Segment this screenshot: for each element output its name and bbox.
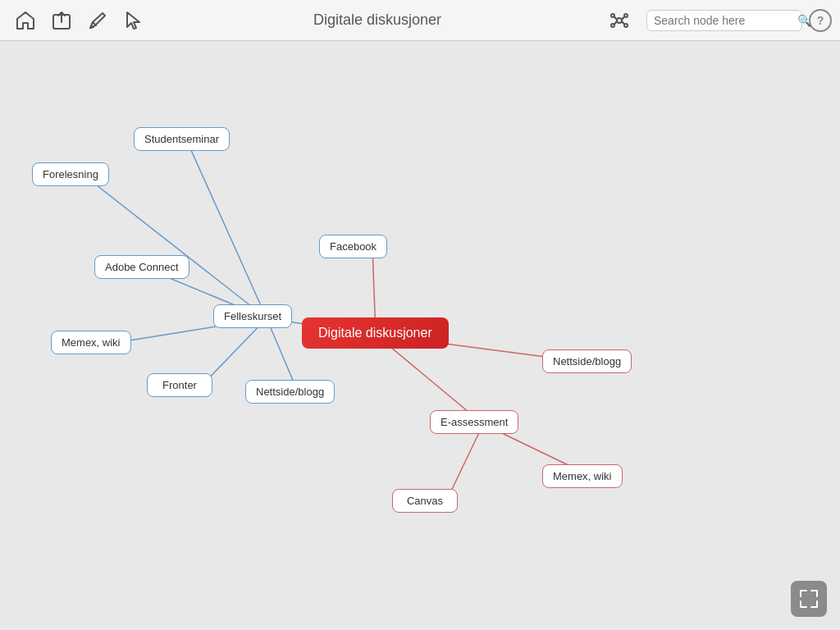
node-memex_wiki_right[interactable]: Memex, wiki <box>542 464 623 488</box>
node-facebook[interactable]: Facebook <box>319 235 387 258</box>
page-title: Digitale diskusjoner <box>153 11 602 29</box>
svg-line-7 <box>614 16 617 20</box>
home-button[interactable] <box>8 3 43 38</box>
mind-map-canvas: Digitale diskusjonerFelleskursetStudents… <box>0 41 840 630</box>
svg-line-8 <box>622 16 624 20</box>
share-button[interactable] <box>44 3 79 38</box>
node-studentseminar[interactable]: Studentseminar <box>134 127 230 151</box>
svg-line-10 <box>622 21 624 25</box>
node-nettside_blogg_right[interactable]: Nettside/blogg <box>542 349 632 373</box>
toolbar: Digitale diskusjoner 🔍 ? <box>0 0 840 41</box>
network-button[interactable] <box>602 3 637 38</box>
help-button[interactable]: ? <box>809 9 832 32</box>
node-center[interactable]: Digitale diskusjoner <box>302 317 449 349</box>
connection-line <box>85 176 267 318</box>
select-button[interactable] <box>116 3 151 38</box>
search-container: 🔍 <box>646 10 802 31</box>
node-fronter[interactable]: Fronter <box>147 373 212 397</box>
node-canvas[interactable]: Canvas <box>392 489 458 513</box>
connection-line <box>187 141 267 318</box>
node-e_assessment[interactable]: E-assessment <box>430 410 518 434</box>
node-nettside_blogg_left[interactable]: Nettside/blogg <box>245 380 335 404</box>
svg-line-1 <box>90 27 94 28</box>
node-memex_wiki_left[interactable]: Memex, wiki <box>51 331 131 354</box>
svg-point-2 <box>617 18 622 23</box>
pen-button[interactable] <box>80 3 115 38</box>
svg-line-9 <box>614 21 617 25</box>
node-felleskurset[interactable]: Felleskurset <box>213 304 292 328</box>
fullscreen-button[interactable] <box>791 581 827 617</box>
node-adobe_connect[interactable]: Adobe Connect <box>94 255 189 279</box>
search-input[interactable] <box>654 14 797 27</box>
node-forelesning[interactable]: Forelesning <box>32 162 109 186</box>
